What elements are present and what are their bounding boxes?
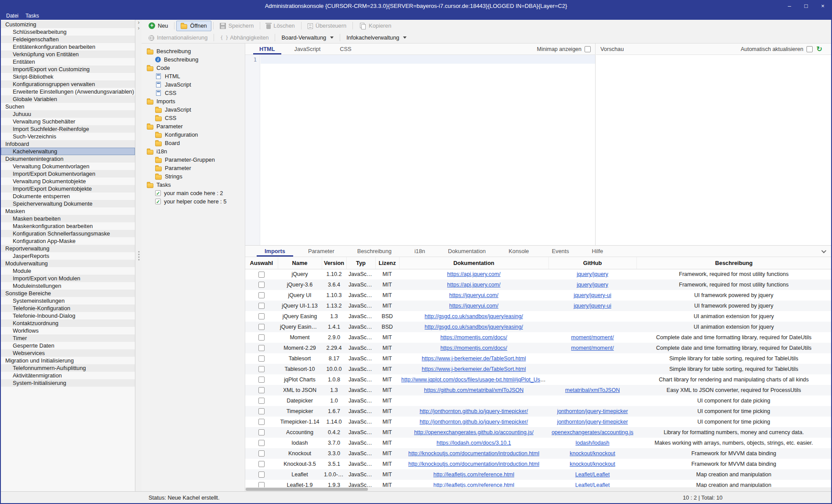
sidebar-item-kachelverwaltung[interactable]: Kachelverwaltung xyxy=(1,148,135,155)
sidebar-item-import-suchfelder-reihenfolge[interactable]: Import Suchfelder-Reihenfolge xyxy=(1,125,135,133)
doc-link[interactable]: https://jqueryui.com/ xyxy=(449,303,498,309)
sidebar-item-verwaltung-dokumentobjekte[interactable]: Verwaltung Dokumentobjekte xyxy=(1,178,135,185)
doc-link[interactable]: https://www.j-berkemeier.de/TableSort.ht… xyxy=(422,366,526,372)
toolbar-button-neu[interactable]: Neu xyxy=(144,21,172,31)
column-header-beschreibung[interactable]: Beschreibung xyxy=(636,257,831,269)
column-header-version[interactable]: Version xyxy=(322,257,346,269)
sidebar-item-masken-bearbeiten[interactable]: Masken bearbeiten xyxy=(1,215,135,222)
sidebar-section-suchen[interactable]: Suchen xyxy=(1,103,135,110)
table-row[interactable]: Timepicker1.6.7JavaScriptMIThttp://jonth… xyxy=(245,406,831,417)
row-checkbox[interactable] xyxy=(258,355,265,362)
tab-i18n[interactable]: i18n xyxy=(403,246,436,257)
sidebar-item-workflows[interactable]: Workflows xyxy=(1,327,135,334)
tree-item-your-helper-code-here-5[interactable]: your helper code here : 5 xyxy=(142,197,245,206)
sidebar-section-dokumentenintegration[interactable]: Dokumentenintegration xyxy=(1,155,135,163)
tree-item-i18n[interactable]: i18n xyxy=(142,147,245,156)
sidebar-item-verwaltung-suchbeh-lter[interactable]: Verwaltung Suchbehälter xyxy=(1,118,135,125)
github-link[interactable]: metatribal/xmlToJSON xyxy=(565,387,620,393)
row-checkbox[interactable] xyxy=(258,377,265,383)
table-row[interactable]: jQuery UI-1.131.13.2JavaScriptMIThttps:/… xyxy=(245,301,831,311)
close-button[interactable]: × xyxy=(814,0,831,12)
collapse-right-icon[interactable]: › xyxy=(136,25,142,31)
table-row[interactable]: XML to JSON1.3JavaScriptMIThttps://githu… xyxy=(245,385,831,395)
doc-link[interactable]: https://lodash.com/docs/3.10.1 xyxy=(436,440,511,446)
scrollbar-thumb[interactable] xyxy=(246,488,368,491)
tab-events[interactable]: Events xyxy=(540,246,580,257)
doc-link[interactable]: http://leafletjs.com/reference.html xyxy=(433,471,514,478)
doc-link[interactable]: http://gsgd.co.uk/sandbox/jquery/easing/ xyxy=(425,324,523,330)
doc-link[interactable]: https://api.jquery.com/ xyxy=(447,271,500,277)
tree-item-css[interactable]: CSS xyxy=(142,89,245,97)
sidebar-item-import-export-dokumentobjekte[interactable]: Import/Export Dokumentobjekte xyxy=(1,185,135,192)
sidebar-item-gesperrte-daten[interactable]: Gesperrte Daten xyxy=(1,342,135,349)
column-header-github[interactable]: GitHub xyxy=(549,257,636,269)
row-checkbox[interactable] xyxy=(258,324,265,330)
tree-item-parameter[interactable]: Parameter xyxy=(142,164,245,172)
doc-link[interactable]: https://jqueryui.com/ xyxy=(449,292,498,298)
sidebar-item-webservices[interactable]: Webservices xyxy=(1,349,135,357)
table-row[interactable]: jQuery UI1.10.3JavaScriptMIThttps://jque… xyxy=(245,290,831,301)
doc-link[interactable]: http://jonthornton.github.io/jquery-time… xyxy=(420,408,528,414)
table-row[interactable]: lodash3.7.0JavaScriptMIThttps://lodash.c… xyxy=(245,438,831,448)
row-checkbox[interactable] xyxy=(258,398,265,404)
row-checkbox[interactable] xyxy=(258,313,265,319)
tree-item-parameter-gruppen[interactable]: Parameter-Gruppen xyxy=(142,156,245,164)
github-link[interactable]: Leaflet/Leaflet xyxy=(575,482,610,487)
sidebar-item-such-verzeichnis[interactable]: Such-Verzeichnis xyxy=(1,133,135,140)
sidebar-item-jasperreports[interactable]: JasperReports xyxy=(1,252,135,260)
editor-tab-css[interactable]: CSS xyxy=(330,44,361,54)
doc-link[interactable]: http://jonthornton.github.io/jquery-time… xyxy=(420,419,528,425)
table-row[interactable]: jqPlot Charts1.0.8JavaScriptMIThttp://ww… xyxy=(245,374,831,385)
row-checkbox[interactable] xyxy=(258,292,265,298)
row-checkbox[interactable] xyxy=(258,303,265,309)
sidebar-item-juhuuu[interactable]: Juhuuu xyxy=(1,110,135,118)
doc-link[interactable]: https://momentjs.com/docs/ xyxy=(440,345,507,351)
github-link[interactable]: jquery/jquery xyxy=(577,271,608,277)
table-row[interactable]: jQuery-3.63.6.4JavaScriptMIThttps://api.… xyxy=(245,279,831,290)
row-checkbox[interactable] xyxy=(258,471,265,478)
auto-refresh-checkbox[interactable] xyxy=(807,46,813,52)
sidebar-section-infoboard[interactable]: Infoboard xyxy=(1,140,135,148)
sidebar-item-schl-sselbearbeitung[interactable]: Schlüsselbearbeitung xyxy=(1,28,135,36)
tree-item-javascript[interactable]: JavaScript xyxy=(142,80,245,89)
table-row[interactable]: Leaflet1.0.0-rc1JavaScriptMIThttp://leaf… xyxy=(245,469,831,480)
tree-item-beschreibung[interactable]: Beschreibung xyxy=(142,47,245,55)
doc-link[interactable]: http://leafletjs.com/reference.html xyxy=(433,482,514,487)
tab-dokumentation[interactable]: Dokumentation xyxy=(436,246,497,257)
sidebar-item-import-export-von-modulen[interactable]: Import/Export von Modulen xyxy=(1,275,135,282)
tree-item-css[interactable]: CSS xyxy=(142,114,245,122)
column-header-lizenz[interactable]: Lizenz xyxy=(375,257,399,269)
table-row[interactable]: Knockout3.3.0JavaScriptMIThttp://knockou… xyxy=(245,448,831,459)
doc-link[interactable]: https://api.jquery.com/ xyxy=(447,282,500,288)
sidebar-item-module[interactable]: Module xyxy=(1,267,135,275)
sidebar-item-dokumente-entsperren[interactable]: Dokumente entsperren xyxy=(1,192,135,200)
doc-link[interactable]: http://knockoutjs.com/documentation/intr… xyxy=(408,450,539,457)
table-row[interactable]: Leaflet-1.91.9.3JavaScriptMIThttp://leaf… xyxy=(245,480,831,487)
github-link[interactable]: moment/moment/ xyxy=(571,345,614,351)
row-checkbox[interactable] xyxy=(258,429,265,435)
editor-tab-html[interactable]: HTML xyxy=(250,44,285,54)
minimize-button[interactable]: – xyxy=(781,0,798,12)
table-row[interactable]: Moment2.9.0JavaScriptMIThttps://momentjs… xyxy=(245,332,831,343)
row-checkbox[interactable] xyxy=(258,482,265,487)
github-link[interactable]: openexchangerates/accounting.js xyxy=(552,429,633,435)
sidebar-section-modulverwaltung[interactable]: Modulverwaltung xyxy=(1,260,135,267)
row-checkbox[interactable] xyxy=(258,419,265,425)
tree-item-code[interactable]: Code xyxy=(142,64,245,72)
tree-item-javascript[interactable]: JavaScript xyxy=(142,105,245,114)
chevron-down-icon[interactable] xyxy=(821,248,826,253)
row-checkbox[interactable] xyxy=(258,440,265,446)
tree-item-strings[interactable]: Strings xyxy=(142,172,245,181)
tab-parameter[interactable]: Parameter xyxy=(297,246,346,257)
row-checkbox[interactable] xyxy=(258,408,265,414)
github-link[interactable]: Leaflet/Leaflet xyxy=(575,471,610,478)
sidebar-section-migration-und-initialisierung[interactable]: Migration und Initialisierung xyxy=(1,357,135,364)
minimap-checkbox[interactable] xyxy=(585,46,591,52)
sidebar-section-masken[interactable]: Masken xyxy=(1,207,135,215)
sidebar-item-timer[interactable]: Timer xyxy=(1,334,135,342)
menu-item-tasks[interactable]: Tasks xyxy=(22,12,43,20)
table-row[interactable]: Timepicker-1.141.14.0JavaScriptMIThttp:/… xyxy=(245,417,831,427)
github-link[interactable]: jonthornton/jquery-timepicker xyxy=(557,419,628,425)
tab-imports[interactable]: Imports xyxy=(253,246,297,257)
column-header-dokumentation[interactable]: Dokumentation xyxy=(399,257,549,269)
